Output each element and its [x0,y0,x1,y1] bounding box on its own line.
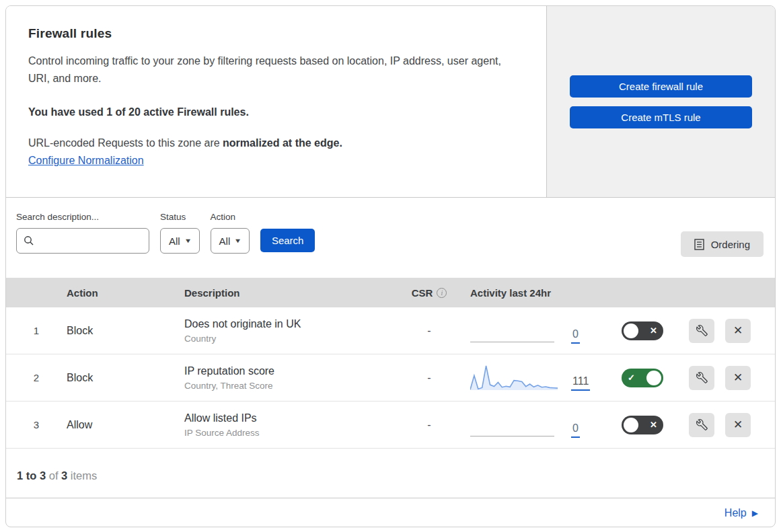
rule-fields: Country, Threat Score [184,381,398,391]
toggle-cell: ✕ [622,416,689,434]
toggle-off-icon: ✕ [650,420,657,430]
rule-fields: Country [184,334,398,344]
column-header-csr: CSR i [398,287,460,299]
rule-csr: - [398,419,460,431]
rule-enabled-toggle[interactable]: ✓ [622,369,663,387]
search-icon [24,235,34,246]
delete-rule-button[interactable]: ✕ [725,413,751,437]
rule-priority: 2 [6,372,67,383]
rule-enabled-toggle[interactable]: ✕ [622,321,663,340]
rules-table: Action Description CSR i Activity last 2… [6,278,775,449]
normalization-text: URL-encoded Requests to this zone are no… [28,137,519,149]
rule-priority: 3 [6,419,67,430]
search-box[interactable] [16,228,149,254]
normalization-bold: normalized at the edge. [223,137,342,149]
rule-enabled-toggle[interactable]: ✕ [622,416,663,434]
activity-sparkline-empty [470,411,558,439]
edit-cell [689,366,725,390]
rule-action: Allow [67,419,184,431]
close-icon: ✕ [733,418,743,432]
create-firewall-rule-button[interactable]: Create firewall rule [570,75,752,98]
search-button[interactable]: Search [260,229,315,252]
help-footer: Help ▶ [6,498,775,527]
arrow-right-icon: ▶ [752,508,758,518]
firewall-rules-page: Firewall rules Control incoming traffic … [0,0,781,532]
search-field: Search description... [16,212,149,254]
rule-action: Block [67,372,184,384]
rule-description-cell: Does not originate in UK Country [184,318,398,344]
page-title: Firewall rules [28,26,519,41]
delete-cell: ✕ [725,319,775,343]
intro-panel: Firewall rules Control incoming traffic … [6,6,546,197]
toggle-knob [624,324,638,338]
items-total: 3 [61,469,67,482]
column-header-description: Description [184,287,398,299]
edit-cell [689,319,725,343]
help-link-label: Help [724,507,747,519]
edit-rule-button[interactable] [689,366,714,390]
status-label: Status [160,212,200,222]
table-row: 3 Allow Allow listed IPs IP Source Addre… [6,402,775,449]
toggle-off-icon: ✕ [650,326,657,336]
rule-csr: - [398,325,460,337]
rule-action: Block [67,325,184,337]
table-row: 2 Block IP reputation score Country, Thr… [6,354,775,402]
items-range: 1 to 3 [17,469,46,482]
rule-priority: 1 [6,325,67,336]
activity-count-link[interactable]: 0 [571,422,580,438]
wrench-icon [696,325,708,336]
rule-activity-cell: 0 [460,317,622,345]
ordering-icon [694,239,704,250]
column-header-action: Action [67,287,184,299]
wrench-icon [696,419,708,430]
top-section: Firewall rules Control incoming traffic … [6,6,775,198]
edit-rule-button[interactable] [689,319,714,343]
activity-sparkline-empty [470,317,558,345]
delete-rule-button[interactable]: ✕ [725,366,751,390]
action-dropdown-value: All [219,235,231,247]
usage-text: You have used 1 of 20 active Firewall ru… [28,106,519,118]
status-field: Status All ▼ [160,212,200,254]
rule-description: IP reputation score [184,365,398,377]
rule-fields: IP Source Address [184,428,398,438]
chevron-down-icon: ▼ [234,237,242,244]
normalization-prefix: URL-encoded Requests to this zone are [28,137,223,149]
delete-cell: ✕ [725,366,775,390]
activity-count-link[interactable]: 111 [571,375,590,391]
activity-count-link[interactable]: 0 [571,328,580,344]
rule-description-cell: Allow listed IPs IP Source Address [184,412,398,438]
page-description: Control incoming traffic to your zone by… [28,52,519,87]
toggle-knob [646,371,661,385]
delete-rule-button[interactable]: ✕ [725,319,751,343]
action-field: Action All ▼ [211,212,250,254]
ordering-button[interactable]: Ordering [681,231,764,257]
items-label: items [71,469,97,482]
rule-description: Allow listed IPs [184,412,398,424]
action-dropdown[interactable]: All ▼ [211,228,250,254]
status-dropdown-value: All [169,235,180,247]
close-icon: ✕ [733,324,743,338]
status-dropdown[interactable]: All ▼ [160,228,200,254]
toggle-on-icon: ✓ [628,373,635,383]
action-label: Action [211,212,250,222]
ordering-button-label: Ordering [711,239,750,250]
create-mtls-rule-button[interactable]: Create mTLS rule [570,106,752,128]
rule-csr: - [398,372,460,384]
wrench-icon [696,372,708,383]
toggle-knob [624,418,638,432]
toggle-cell: ✓ [622,369,689,387]
csr-header-label: CSR [412,287,433,299]
edit-cell [689,413,725,437]
rule-activity-cell: 0 [460,411,622,439]
info-icon[interactable]: i [437,288,447,298]
of-label: of [49,469,59,482]
configure-normalization-link[interactable]: Configure Normalization [28,155,144,166]
search-input[interactable] [40,235,142,246]
help-link[interactable]: Help ▶ [724,507,758,519]
edit-rule-button[interactable] [689,413,714,437]
close-icon: ✕ [733,371,743,385]
column-header-activity: Activity last 24hr [460,287,622,299]
activity-sparkline [470,364,558,392]
filter-bar: Search description... Status All ▼ [6,198,775,278]
filter-controls: Search description... Status All ▼ [16,212,315,254]
